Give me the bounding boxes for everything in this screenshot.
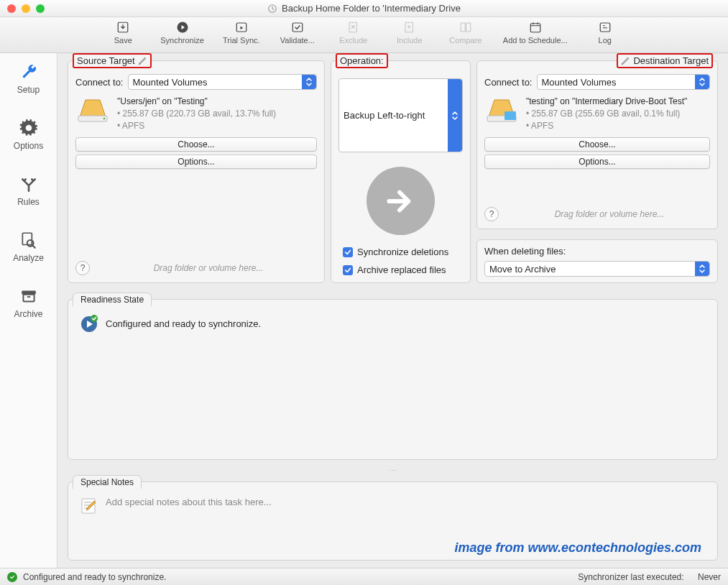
direction-arrow-icon [367,167,435,235]
operation-panel: Operation: Backup Left-to-right Synchron… [331,60,471,283]
destination-target-label: Destination Target [633,55,709,66]
destination-volume-fs: • APFS [526,120,687,132]
source-volume-info: "Users/jen" on "Testing" • 255.87 GB (22… [117,96,276,132]
operation-mode-select[interactable]: Backup Left-to-right [338,78,463,152]
destination-target-panel: Destination Target Connect to: Mounted V… [476,60,718,229]
operation-header: Operation: [336,53,388,68]
chevron-updown-icon [305,77,313,87]
destination-connect-row: Connect to: Mounted Volumes [484,74,710,90]
add-schedule-button[interactable]: Add to Schedule... [503,20,568,45]
destination-choose-button[interactable]: Choose... [484,137,710,152]
readiness-panel: Readiness State Configured and ready to … [68,299,718,460]
toolbar: Save Synchronize Trial Sync. Validate...… [0,17,728,53]
log-icon [596,20,614,34]
status-indicator-icon [7,572,17,582]
sync-deletions-label: Synchronize deletions [357,247,448,257]
synchronize-label: Synchronize [160,36,204,45]
sidebar-archive-label: Archive [14,309,42,319]
svg-rect-9 [530,24,540,32]
source-target-header: Source Target [73,53,152,68]
sidebar-item-rules[interactable]: Rules [0,170,57,211]
delete-mode-select[interactable]: Move to Archive [484,261,710,277]
svg-rect-15 [78,116,107,121]
sidebar-item-options[interactable]: Options [0,114,57,155]
archive-replaced-checkbox[interactable]: Archive replaced files [343,264,446,275]
source-choose-button[interactable]: Choose... [75,137,317,152]
trial-sync-button[interactable]: Trial Sync. [223,20,260,45]
destination-options-button[interactable]: Options... [484,155,710,169]
source-target-label: Source Target [77,55,135,66]
delete-mode-label: When deleting files: [484,246,710,257]
magnify-icon [19,230,39,250]
sync-deletions-checkbox[interactable]: Synchronize deletions [343,247,448,257]
pencil-icon[interactable] [138,56,147,65]
source-volume-fs: • APFS [117,120,276,132]
svg-point-21 [91,315,98,322]
svg-point-16 [103,118,106,120]
sidebar-item-analyze[interactable]: Analyze [0,226,57,267]
window-title: Backup Home Folder to 'Intermediary Driv… [0,3,728,14]
source-target-panel: Source Target Connect to: Mounted Volume… [68,60,325,283]
synchronize-button[interactable]: Synchronize [160,20,204,45]
exclude-button: Exclude [335,20,372,45]
source-help-button[interactable]: ? [75,261,90,275]
content: Source Target Connect to: Mounted Volume… [57,53,728,568]
sidebar-item-setup[interactable]: Setup [0,57,57,99]
notes-icon [80,497,98,515]
destination-connect-value: Mounted Volumes [542,77,617,88]
log-button[interactable]: Log [586,20,624,45]
sidebar-setup-label: Setup [17,85,40,95]
source-drop-footer: ? Drag folder or volume here... [75,261,317,275]
destination-help-button[interactable]: ? [484,207,499,221]
chevron-updown-icon [451,111,459,121]
add-schedule-label: Add to Schedule... [503,36,568,45]
trial-sync-label: Trial Sync. [223,36,260,45]
title-bar: Backup Home Folder to 'Intermediary Driv… [0,0,728,17]
readiness-text: Configured and ready to synchronize. [106,318,261,329]
sidebar-options-label: Options [14,141,43,151]
folder-drive-icon [484,96,519,124]
readiness-tab: Readiness State [73,292,152,306]
watermark-text: image from www.econtechnologies.com [455,540,701,556]
gear-icon [19,118,39,138]
destination-volume-info: "testing" on "Intermediary Drive-Boot Te… [526,96,687,132]
delete-mode-panel: When deleting files: Move to Archive [476,239,718,283]
source-options-button[interactable]: Options... [75,155,317,169]
archive-icon [19,286,39,306]
chevron-updown-icon [698,77,706,87]
notes-placeholder[interactable]: Add special notes about this task here..… [106,497,272,507]
ready-status-icon [80,314,98,333]
source-connect-label: Connect to: [75,77,124,88]
svg-rect-10 [600,23,610,32]
wrench-icon [19,62,39,82]
document-icon [267,4,277,14]
destination-column: Destination Target Connect to: Mounted V… [476,60,718,283]
log-label: Log [599,36,612,45]
readiness-content: Configured and ready to synchronize. [75,307,710,333]
destination-drop-footer: ? Drag folder or volume here... [484,207,710,221]
splitter-grip[interactable]: ⋯ [68,467,718,474]
destination-connect-select[interactable]: Mounted Volumes [537,74,711,90]
status-right-value: Never [698,572,721,582]
exclude-label: Exclude [339,36,367,45]
destination-volume-size: • 255.87 GB (255.69 GB avail, 0.1% full) [526,108,687,120]
svg-rect-7 [461,23,465,32]
main-area: Setup Options Rules Analyze Archive Sour… [0,53,728,568]
compare-label: Compare [449,36,482,45]
operation-mode-value: Backup Left-to-right [344,110,425,121]
include-icon [401,20,418,34]
pencil-icon[interactable] [621,56,630,65]
checkmark-icon [343,247,353,257]
source-volume-size: • 255.87 GB (220.73 GB avail, 13.7% full… [117,108,276,120]
save-button[interactable]: Save [104,20,142,45]
operation-label: Operation: [340,55,384,66]
source-connect-select[interactable]: Mounted Volumes [128,74,318,90]
sidebar-item-archive[interactable]: Archive [0,282,57,323]
status-left-text: Configured and ready to synchronize. [23,572,166,582]
calendar-icon [527,20,544,34]
svg-rect-8 [466,23,471,32]
svg-rect-4 [292,23,303,32]
checkmark-icon [343,265,353,275]
validate-button[interactable]: Validate... [279,20,316,45]
source-volume-title: "Users/jen" on "Testing" [117,96,276,108]
